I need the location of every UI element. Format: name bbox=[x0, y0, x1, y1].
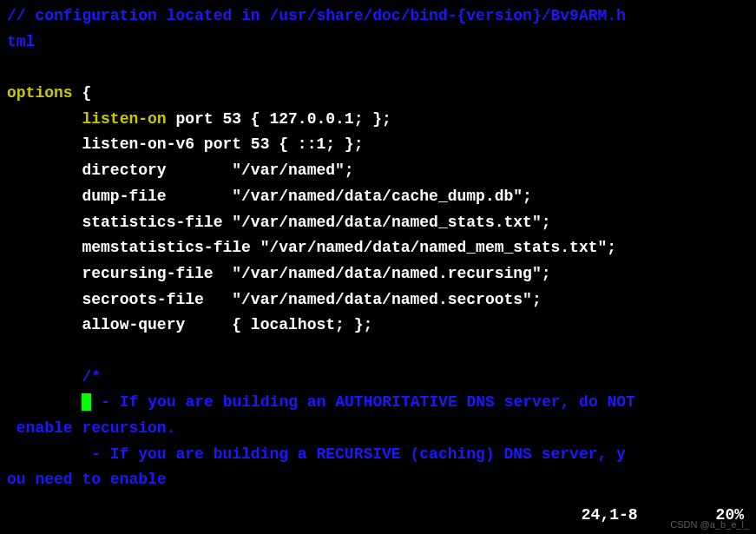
config-line: memstatistics-file "/var/named/data/name… bbox=[7, 235, 749, 261]
config-line: allow-query { localhost; }; bbox=[7, 313, 749, 339]
watermark: CSDN @a_b_e_l_ bbox=[670, 517, 749, 532]
comment-line-cursor: - If you are building an AUTHORITATIVE D… bbox=[7, 390, 749, 416]
config-line: directory "/var/named"; bbox=[7, 158, 749, 184]
comment-line: tml bbox=[7, 30, 749, 56]
config-line: secroots-file "/var/named/data/named.sec… bbox=[7, 287, 749, 313]
editor-content[interactable]: // configuration located in /usr/share/d… bbox=[7, 3, 749, 493]
comment-line: // configuration located in /usr/share/d… bbox=[7, 3, 749, 30]
config-line: recursing-file "/var/named/data/named.re… bbox=[7, 261, 749, 287]
blank-line bbox=[7, 339, 749, 365]
cursor-position: 24,1-8 bbox=[582, 503, 638, 529]
cursor bbox=[82, 393, 91, 411]
config-line: statistics-file "/var/named/data/named_s… bbox=[7, 210, 749, 236]
blank-line bbox=[7, 55, 749, 81]
listen-on-line: listen-on port 53 { 127.0.0.1; }; bbox=[7, 107, 749, 133]
config-line: dump-file "/var/named/data/cache_dump.db… bbox=[7, 184, 749, 210]
comment-line: enable recursion. bbox=[7, 416, 749, 442]
comment-line: - If you are building a RECURSIVE (cachi… bbox=[7, 442, 749, 468]
config-line: listen-on-v6 port 53 { ::1; }; bbox=[7, 132, 749, 158]
comment-block-start: /* bbox=[7, 365, 749, 391]
comment-line: ou need to enable bbox=[7, 467, 749, 493]
options-line: options { bbox=[7, 81, 749, 107]
keyword-options: options bbox=[7, 84, 73, 102]
keyword-listen-on: listen-on bbox=[82, 110, 166, 128]
